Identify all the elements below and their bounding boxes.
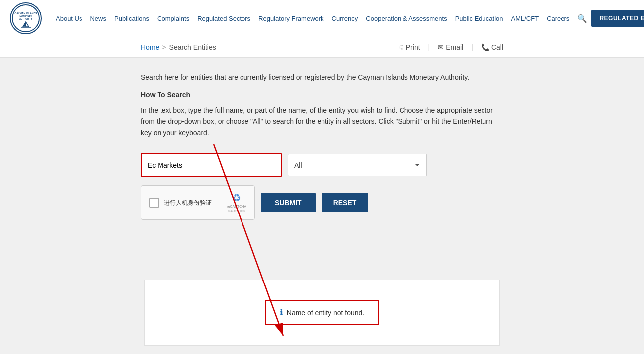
email-link[interactable]: ✉ Email — [438, 43, 463, 51]
search-icon[interactable]: 🔍 — [573, 14, 591, 23]
captcha-widget[interactable]: 进行人机身份验证 ♻ reCAPTCHA 隐私权 - 条款 — [141, 185, 255, 220]
submit-button[interactable]: SUBMIT — [261, 193, 316, 212]
nav-about-us[interactable]: About Us — [52, 15, 86, 22]
divider-2: | — [471, 43, 473, 51]
nav-complaints[interactable]: Complaints — [153, 15, 193, 22]
captcha-label: 进行人机身份验证 — [164, 199, 222, 207]
regulated-entities-button[interactable]: REGULATED ENTITIES — [591, 10, 644, 27]
nav-cooperation-assessments[interactable]: Cooperation & Assessments — [362, 15, 451, 22]
print-link[interactable]: 🖨 Print — [397, 43, 420, 51]
entity-search-input[interactable] — [142, 154, 281, 176]
breadcrumb-bar: Home > Search Entities 🖨 Print | ✉ Email… — [0, 37, 644, 58]
sector-dropdown[interactable]: All Banking Insurance Securities Trust C… — [288, 154, 427, 176]
breadcrumb-separator: > — [162, 43, 166, 51]
form-section: Search here for entities that are curren… — [0, 72, 644, 220]
breadcrumb: Home > Search Entities — [141, 43, 216, 51]
captcha-checkbox[interactable] — [149, 198, 159, 208]
sector-select-wrapper: All Banking Insurance Securities Trust C… — [288, 154, 427, 176]
search-instruction: In the text box, type the full name, or … — [141, 105, 503, 138]
page-body: Search here for entities that are curren… — [0, 58, 644, 354]
call-link[interactable]: 📞 Call — [481, 43, 503, 51]
nav-publications[interactable]: Publications — [110, 15, 153, 22]
info-icon: ℹ — [280, 308, 283, 317]
nav-regulatory-framework[interactable]: Regulatory Framework — [254, 15, 328, 22]
nav-public-education[interactable]: Public Education — [451, 15, 507, 22]
divider-1: | — [428, 43, 430, 51]
not-found-box: ℹ Name of entity not found. — [265, 300, 379, 325]
nav-aml-cft[interactable]: AML/CFT — [507, 15, 543, 22]
contact-links: 🖨 Print | ✉ Email | 📞 Call — [397, 43, 503, 51]
print-icon: 🖨 — [397, 43, 404, 51]
main-nav: About Us News Publications Complaints Re… — [52, 10, 644, 27]
svg-text:AUTHORITY: AUTHORITY — [19, 18, 32, 20]
search-form: All Banking Insurance Securities Trust C… — [141, 153, 503, 220]
nav-news[interactable]: News — [86, 15, 110, 22]
site-logo: CAYMAN ISLANDS MONETARY AUTHORITY — [10, 2, 42, 34]
search-input-highlight-box — [141, 153, 282, 177]
nav-careers[interactable]: Careers — [543, 15, 573, 22]
svg-text:CAYMAN ISLANDS: CAYMAN ISLANDS — [15, 12, 37, 15]
reset-button[interactable]: RESET — [322, 193, 369, 212]
search-input-row: All Banking Insurance Securities Trust C… — [141, 153, 503, 177]
phone-icon: 📞 — [481, 43, 489, 51]
recaptcha-terms: 隐私权 - 条款 — [228, 209, 245, 213]
nav-currency[interactable]: Currency — [328, 15, 362, 22]
nav-regulated-sectors[interactable]: Regulated Sectors — [193, 15, 254, 22]
not-found-message: Name of entity not found. — [287, 309, 364, 317]
results-container: ℹ Name of entity not found. — [144, 280, 500, 346]
recaptcha-brand: reCAPTCHA — [227, 205, 246, 208]
email-icon: ✉ — [438, 43, 444, 51]
recaptcha-logo: ♻ reCAPTCHA 隐私权 - 条款 — [227, 192, 246, 213]
breadcrumb-home[interactable]: Home — [141, 43, 159, 51]
captcha-row: 进行人机身份验证 ♻ reCAPTCHA 隐私权 - 条款 SUBMIT RES… — [141, 185, 503, 220]
logo-area[interactable]: CAYMAN ISLANDS MONETARY AUTHORITY — [10, 2, 42, 34]
how-to-search-heading: How To Search — [141, 91, 503, 99]
page-description: Search here for entities that are curren… — [141, 72, 503, 83]
results-section: ℹ Name of entity not found. — [0, 280, 644, 346]
site-header: CAYMAN ISLANDS MONETARY AUTHORITY About … — [0, 0, 644, 37]
recaptcha-icon: ♻ — [232, 192, 241, 204]
breadcrumb-current: Search Entities — [169, 43, 216, 51]
